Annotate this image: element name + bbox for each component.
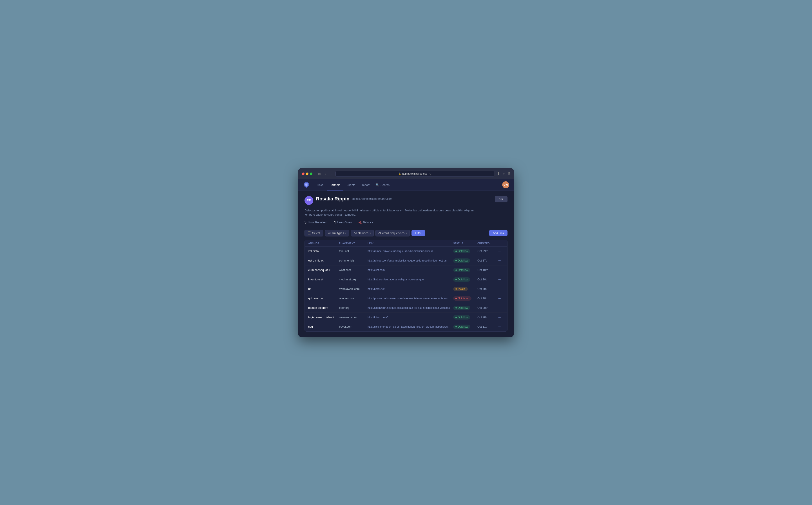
status-dot (455, 317, 457, 318)
select-button[interactable]: Select (304, 230, 324, 236)
browser-nav-controls: ⊞ ‹ › (317, 172, 333, 176)
stats-row: 3 Links Received 4 Links Given -1 Balanc… (304, 220, 508, 224)
cell-link[interactable]: http://pouros.net/sunt-recusandae-volupt… (368, 297, 453, 300)
status-dot (455, 326, 457, 327)
cell-link[interactable]: http://rempel.biz/vel-eius-atque-sit-odi… (368, 249, 453, 253)
status-dot (455, 279, 457, 280)
more-actions-button[interactable]: ··· (497, 315, 502, 320)
cell-placement: schinner.biz (339, 259, 368, 262)
cell-placement: beer.org (339, 306, 368, 309)
cell-link[interactable]: http://crist.com/ (368, 269, 453, 272)
table-row: inventore et medhurst.org http://kub.com… (305, 275, 507, 284)
statuses-dropdown[interactable]: All statuses ▾ (351, 230, 374, 236)
cell-status: Not found (453, 296, 477, 301)
status-dot (455, 298, 457, 299)
status-text: Not found (458, 297, 469, 300)
more-actions-button[interactable]: ··· (497, 258, 502, 263)
more-actions-button[interactable]: ··· (497, 296, 502, 301)
cell-more: ··· (497, 258, 504, 263)
tabs-overview-icon[interactable]: ⧉ (508, 171, 510, 176)
partner-info: Rosalia Rippin stokes.rachel@stiedemann.… (316, 196, 495, 202)
status-text: Dofollow (458, 325, 468, 328)
cell-more: ··· (497, 306, 504, 310)
main-content: RR Rosalia Rippin stokes.rachel@stiedema… (298, 191, 514, 337)
more-actions-button[interactable]: ··· (497, 249, 502, 254)
edit-button[interactable]: Edit (495, 196, 508, 202)
more-actions-button[interactable]: ··· (497, 277, 502, 282)
status-dot (455, 288, 457, 290)
status-text: Dofollow (458, 249, 468, 253)
cell-link[interactable]: http://borer.net/ (368, 288, 453, 291)
table-row: est ea illo et schinner.biz http://reing… (305, 256, 507, 266)
links-received-label: Links Received (308, 221, 327, 224)
maximize-dot[interactable] (310, 173, 313, 175)
table-header: ANCHOR PLACEMENT LINK STATUS CREATED (305, 240, 507, 246)
more-actions-button[interactable]: ··· (497, 306, 502, 310)
links-table: ANCHOR PLACEMENT LINK STATUS CREATED vel… (304, 240, 508, 332)
cell-link[interactable]: http://fritsch.com/ (368, 316, 453, 319)
sidebar-toggle-button[interactable]: ⊞ (317, 172, 322, 176)
address-bar[interactable]: 🔒 app.backlinkpilot.test ↻ (336, 171, 494, 177)
cell-link[interactable]: http://kub.com/aut-aperiam-aliquam-dolor… (368, 278, 453, 281)
nav-clients[interactable]: Clients (344, 182, 358, 188)
table-body: vel dicta thiel.net http://rempel.biz/ve… (305, 246, 507, 331)
table-row: fugiat earum deleniti weimann.com http:/… (305, 313, 507, 322)
new-tab-icon[interactable]: ＋ (502, 171, 505, 176)
browser-window: ⊞ ‹ › 🔒 app.backlinkpilot.test ↻ ⬆ ＋ ⧉ (298, 168, 514, 337)
cell-anchor: beatae dolorem (308, 306, 339, 309)
frequencies-dropdown[interactable]: All crawl frequencies ▾ (376, 230, 410, 236)
more-actions-button[interactable]: ··· (497, 268, 502, 273)
nav-search[interactable]: 🔍 Search (373, 182, 392, 188)
cell-link[interactable]: http://reinger.com/quae-molestias-eaque-… (368, 259, 453, 262)
user-avatar[interactable]: CW (502, 181, 509, 188)
status-badge: Dofollow (453, 277, 470, 282)
col-actions (497, 242, 504, 244)
minimize-dot[interactable] (306, 173, 309, 175)
status-badge: Dofollow (453, 259, 470, 263)
cell-more: ··· (497, 277, 504, 282)
col-placement: PLACEMENT (339, 242, 368, 244)
more-actions-button[interactable]: ··· (497, 287, 502, 291)
table-row: vel dicta thiel.net http://rempel.biz/ve… (305, 246, 507, 256)
browser-action-buttons: ⬆ ＋ ⧉ (497, 171, 510, 176)
status-badge: Invalid (453, 287, 468, 291)
more-actions-button[interactable]: ··· (497, 324, 502, 329)
filter-button[interactable]: Filter (411, 230, 425, 236)
cell-created: Oct 11th (477, 325, 497, 328)
cell-link[interactable]: http://altenwerth.net/quia-occaecati-aut… (368, 306, 453, 309)
cell-created: Oct 7th (477, 287, 497, 291)
back-button[interactable]: ‹ (324, 172, 328, 176)
link-types-dropdown[interactable]: All link types ▾ (325, 230, 349, 236)
cell-more: ··· (497, 296, 504, 301)
app-logo[interactable] (303, 181, 310, 188)
partner-name: Rosalia Rippin (316, 196, 350, 202)
col-anchor: ANCHOR (308, 242, 339, 244)
cell-more: ··· (497, 249, 504, 254)
cell-link[interactable]: http://dicki.org/harum-ex-est-assumenda-… (368, 325, 453, 328)
navbar-links: Links Partners Clients Import 🔍 Search (314, 182, 502, 188)
share-icon[interactable]: ⬆ (497, 171, 500, 176)
close-dot[interactable] (302, 173, 304, 175)
status-badge: Dofollow (453, 249, 470, 254)
stat-links-received: 3 Links Received (304, 220, 327, 224)
reload-icon[interactable]: ↻ (429, 172, 431, 175)
table-row: sed boyer.com http://dicki.org/harum-ex-… (305, 322, 507, 331)
col-status: STATUS (453, 242, 477, 244)
nav-links[interactable]: Links (314, 182, 326, 188)
partner-name-row: Rosalia Rippin stokes.rachel@stiedemann.… (316, 196, 495, 202)
cell-created: Oct 9th (477, 316, 497, 319)
nav-partners[interactable]: Partners (327, 182, 343, 188)
add-link-button[interactable]: Add Link (489, 230, 508, 236)
status-dot (455, 260, 457, 261)
status-badge: Dofollow (453, 325, 470, 329)
cell-status: Dofollow (453, 259, 477, 263)
forward-button[interactable]: › (329, 172, 333, 176)
cell-status: Dofollow (453, 315, 477, 320)
browser-traffic-lights (302, 173, 313, 175)
status-badge: Not found (453, 296, 471, 301)
nav-import[interactable]: Import (359, 182, 372, 188)
cell-anchor: fugiat earum deleniti (308, 316, 339, 319)
toolbar: Select All link types ▾ All statuses ▾ A… (304, 230, 508, 236)
chevron-down-icon-3: ▾ (406, 232, 407, 234)
partner-avatar-initials: RR (307, 199, 311, 202)
